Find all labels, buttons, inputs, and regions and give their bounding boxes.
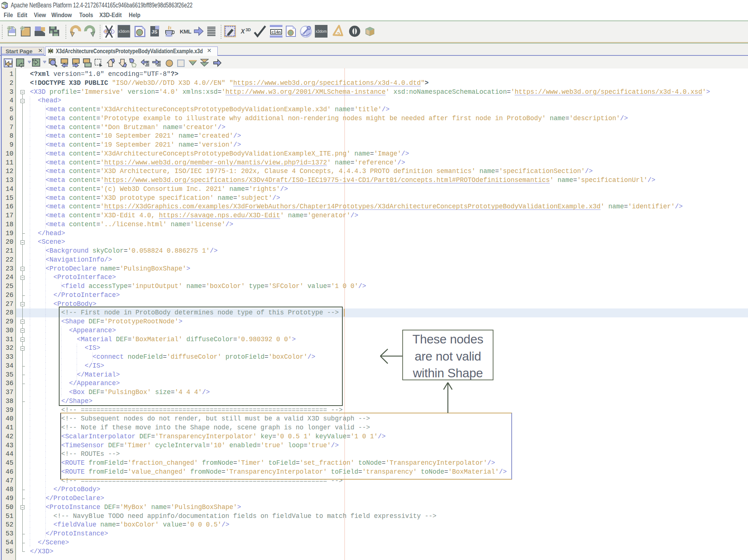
svg-text:X: X: [241, 28, 245, 35]
svg-text:x3dom: x3dom: [316, 29, 327, 33]
svg-text:x3dom: x3dom: [118, 29, 130, 33]
svg-text:KML: KML: [180, 28, 191, 35]
svg-text:3D: 3D: [246, 28, 251, 32]
svg-text:JS: JS: [151, 29, 157, 35]
svg-text:c14n: c14n: [271, 30, 281, 34]
